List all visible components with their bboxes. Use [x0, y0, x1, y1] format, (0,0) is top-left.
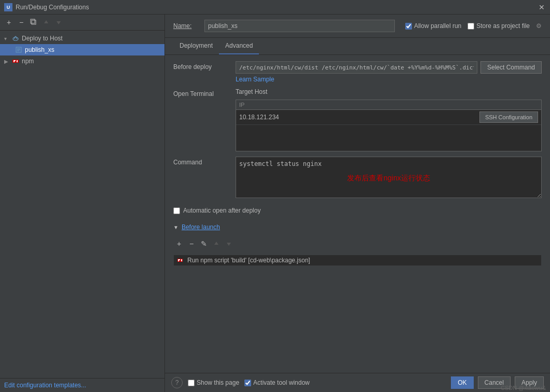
before-launch-remove-btn[interactable]: −: [186, 238, 197, 249]
svg-point-4: [13, 37, 18, 40]
svg-marker-14: [227, 243, 231, 246]
tree-deploy-label: Deploy to Host: [22, 35, 63, 42]
move-down-icon: [55, 19, 62, 26]
move-up-icon: [43, 19, 50, 26]
learn-sample-link[interactable]: Learn Sample: [236, 76, 274, 83]
command-container: systemctl status nginx 发布后查看nginx运行状态: [236, 157, 542, 200]
open-terminal-label: Open Terminal: [173, 88, 230, 97]
tree-arrow-deploy: ▾: [4, 36, 11, 41]
move-down-button[interactable]: [53, 17, 64, 28]
command-textarea[interactable]: systemctl status nginx: [236, 157, 542, 198]
tab-content-advanced: Before deploy Select Command 发布前备份dist文件…: [165, 55, 550, 373]
store-as-project-label[interactable]: Store as project file: [468, 22, 530, 30]
tree-publish-xs-label: publish_xs: [25, 46, 54, 53]
sidebar-bottom: Edit configuration templates...: [0, 378, 164, 392]
target-host-header: IP: [236, 100, 541, 110]
tree-group-deploy[interactable]: ▾ Deploy to Host: [0, 33, 164, 44]
ssh-config-button[interactable]: SSH Configuration: [479, 111, 538, 123]
svg-rect-12: [17, 60, 18, 62]
tab-advanced[interactable]: Advanced: [219, 38, 259, 54]
copy-icon: [30, 19, 37, 26]
svg-rect-11: [15, 60, 16, 61]
svg-rect-0: [32, 20, 36, 24]
copy-config-button[interactable]: [28, 17, 39, 28]
svg-marker-13: [214, 242, 218, 245]
name-label: Name:: [173, 22, 199, 30]
name-input[interactable]: [204, 20, 395, 32]
target-host-col-ip: IP: [239, 102, 538, 108]
store-as-project-checkbox[interactable]: [468, 23, 474, 30]
command-row: Command systemctl status nginx 发布后查看ngin…: [173, 157, 542, 200]
npm-icon: [11, 57, 20, 65]
svg-rect-18: [181, 259, 182, 261]
tree-item-publish-xs[interactable]: publish_xs: [0, 44, 164, 55]
before-launch-down-btn[interactable]: [223, 238, 235, 249]
svg-rect-1: [31, 19, 35, 23]
name-row: Name: Allow parallel run Store as projec…: [165, 15, 550, 38]
ok-button[interactable]: OK: [451, 376, 473, 389]
npm-error-icon: [177, 257, 184, 264]
app-icon: U: [4, 3, 12, 11]
tabs-bar: Deployment Advanced: [165, 38, 550, 55]
before-deploy-row: Before deploy Select Command 发布前备份dist文件…: [173, 61, 542, 83]
show-page-checkbox[interactable]: [188, 380, 195, 386]
tree-npm-label: npm: [22, 58, 34, 65]
before-launch-arrow[interactable]: ▼: [173, 225, 178, 230]
svg-marker-3: [57, 21, 61, 24]
before-launch-header: ▼ Before launch: [173, 221, 542, 233]
tab-deployment[interactable]: Deployment: [173, 38, 219, 54]
tree-group-npm[interactable]: ▶ npm: [0, 55, 164, 67]
activate-tool-window-checkbox[interactable]: [244, 380, 251, 386]
learn-sample-row: Learn Sample: [236, 76, 542, 83]
gear-icon[interactable]: ⚙: [536, 22, 542, 30]
open-terminal-field: Target Host IP 10.18.121.234 SSH Configu…: [236, 88, 542, 151]
before-deploy-field: Select Command 发布前备份dist文件夹 Learn Sample: [236, 61, 542, 83]
automatic-open-checkbox[interactable]: [173, 207, 180, 214]
svg-marker-2: [44, 20, 48, 23]
close-button[interactable]: ✕: [538, 3, 546, 11]
main-layout: + − ▾: [0, 15, 550, 392]
automatic-open-label: Automatic open after deploy: [183, 207, 260, 214]
npm-svg-icon: [12, 58, 19, 65]
title-bar: U Run/Debug Configurations ✕: [0, 0, 550, 15]
bottom-bar: ? Show this page Activate tool window OK…: [165, 373, 550, 392]
allow-parallel-label[interactable]: Allow parallel run: [405, 22, 461, 30]
target-host-body: 10.18.121.234 SSH Configuration: [236, 110, 541, 141]
select-command-button[interactable]: Select Command: [480, 61, 542, 74]
deploy-icon: [11, 34, 20, 43]
move-up-button[interactable]: [40, 17, 52, 28]
show-page-label[interactable]: Show this page: [188, 379, 239, 386]
title-bar-text: Run/Debug Configurations: [16, 4, 538, 11]
help-button[interactable]: ?: [171, 377, 183, 388]
sidebar-toolbar: + −: [0, 15, 164, 31]
before-launch-add-btn[interactable]: +: [173, 238, 185, 249]
config-icon: [15, 46, 23, 54]
down-arrow-icon: [226, 241, 232, 247]
command-field: systemctl status nginx 发布后查看nginx运行状态: [236, 157, 542, 200]
remove-config-button[interactable]: −: [16, 17, 27, 28]
add-config-button[interactable]: +: [3, 17, 15, 28]
sidebar-tree: ▾ Deploy to Host: [0, 31, 164, 378]
svg-rect-16: [178, 259, 179, 261]
activate-tool-window-label[interactable]: Activate tool window: [244, 379, 310, 386]
error-icon: [177, 257, 184, 264]
edit-templates-link[interactable]: Edit configuration templates...: [4, 382, 86, 389]
target-host-ip: 10.18.121.234: [239, 114, 479, 121]
before-launch-up-btn[interactable]: [211, 238, 222, 249]
before-launch-item: Run npm script 'build' [cd-web\package.j…: [173, 255, 542, 266]
before-deploy-input[interactable]: [236, 61, 477, 74]
before-launch-toolbar: + − ✎: [173, 237, 542, 250]
before-launch-label[interactable]: Before launch: [182, 223, 220, 231]
allow-parallel-checkbox[interactable]: [405, 23, 412, 30]
automatic-open-row: Automatic open after deploy: [173, 205, 542, 216]
cloud-icon: [12, 35, 19, 42]
before-launch-edit-btn[interactable]: ✎: [198, 238, 210, 249]
command-label: Command: [173, 157, 230, 166]
sidebar: + − ▾: [0, 15, 165, 392]
target-host-table: IP 10.18.121.234 SSH Configuration: [236, 100, 542, 151]
name-options: Allow parallel run Store as project file…: [405, 22, 542, 30]
content-area: Name: Allow parallel run Store as projec…: [165, 15, 550, 392]
svg-rect-10: [13, 60, 15, 62]
open-terminal-row: Open Terminal Target Host IP 10.18.121.2…: [173, 88, 542, 151]
svg-rect-17: [179, 259, 180, 260]
